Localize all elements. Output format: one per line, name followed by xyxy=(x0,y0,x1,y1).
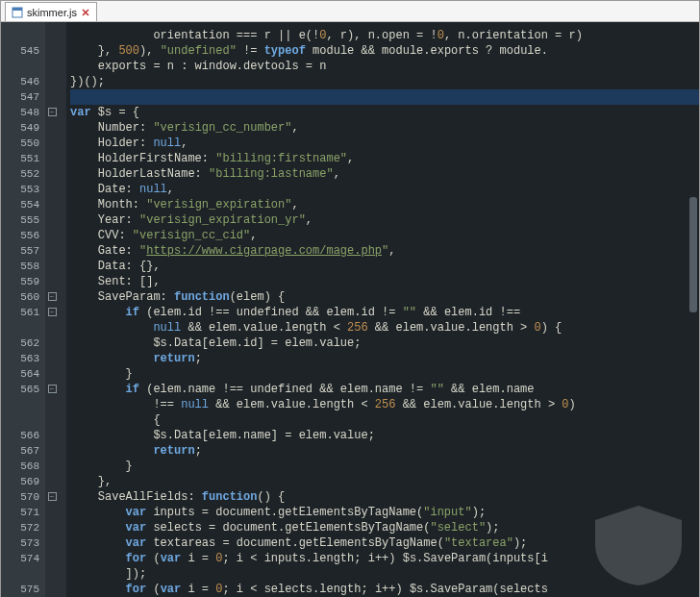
code-line[interactable]: Sent: [], xyxy=(70,274,699,289)
code-line[interactable]: Gate: "https://www.cigarpage.com/mage.ph… xyxy=(70,243,699,259)
line-number: 564 xyxy=(1,366,39,382)
line-number xyxy=(1,412,39,428)
watermark-logo xyxy=(586,501,691,591)
line-number: 545 xyxy=(1,43,39,59)
fold-marker[interactable]: − xyxy=(45,382,59,397)
tab-label: skimmer.js xyxy=(27,7,77,18)
code-line[interactable]: return; xyxy=(70,443,699,459)
code-line[interactable]: SaveParam: function(elem) { xyxy=(70,289,699,305)
line-number: 562 xyxy=(1,336,39,351)
code-line[interactable]: Data: {}, xyxy=(70,259,699,274)
fold-collapse-icon[interactable]: − xyxy=(48,308,57,316)
code-line[interactable]: exports = n : window.devtools = n xyxy=(70,59,699,74)
fold-marker[interactable]: − xyxy=(45,289,59,305)
editor-margin xyxy=(59,22,66,597)
code-line[interactable]: Number: "verisign_cc_number", xyxy=(70,120,699,136)
line-number: 546 xyxy=(1,74,39,89)
file-icon xyxy=(12,7,23,18)
code-line[interactable]: var $s = { xyxy=(70,105,699,120)
code-line[interactable]: HolderLastName: "billing:lastname", xyxy=(70,166,699,182)
fold-marker xyxy=(45,428,59,443)
fold-marker xyxy=(45,336,59,351)
line-number: 549 xyxy=(1,120,39,136)
code-line[interactable]: !== null && elem.value.length < 256 && e… xyxy=(70,397,699,412)
code-line[interactable]: } xyxy=(70,366,699,382)
fold-marker xyxy=(45,136,59,151)
line-number: 560 xyxy=(1,289,39,305)
fold-marker xyxy=(45,74,59,89)
code-line[interactable]: if (elem.id !== undefined && elem.id != … xyxy=(70,305,699,320)
fold-collapse-icon[interactable]: − xyxy=(48,292,57,301)
code-line[interactable]: Year: "verisign_expiration_yr", xyxy=(70,212,699,228)
fold-marker xyxy=(45,120,59,136)
fold-marker xyxy=(45,28,59,43)
line-number: 554 xyxy=(1,197,39,212)
code-line[interactable]: CVV: "verisign_cc_cid", xyxy=(70,228,699,243)
code-line[interactable]: } xyxy=(70,459,699,474)
fold-collapse-icon[interactable]: − xyxy=(48,385,57,393)
line-number: 567 xyxy=(1,443,39,459)
line-number: 574 xyxy=(1,551,39,566)
line-number: 550 xyxy=(1,136,39,151)
line-number: 566 xyxy=(1,428,39,443)
line-number xyxy=(1,28,39,43)
fold-marker[interactable]: − xyxy=(45,105,59,120)
fold-marker[interactable]: − xyxy=(45,305,59,320)
code-line[interactable]: return; xyxy=(70,351,699,366)
fold-marker xyxy=(45,166,59,182)
file-tab-skimmer[interactable]: skimmer.js xyxy=(5,2,97,21)
fold-gutter[interactable]: −−−−− xyxy=(45,22,59,597)
line-number: 565 xyxy=(1,382,39,397)
fold-marker xyxy=(45,320,59,336)
line-number-gutter: 5455465475485495505515525535545555565575… xyxy=(1,22,45,597)
fold-marker xyxy=(45,551,59,566)
fold-marker xyxy=(45,366,59,382)
fold-collapse-icon[interactable]: − xyxy=(48,108,57,116)
fold-marker xyxy=(45,197,59,212)
line-number: 555 xyxy=(1,212,39,228)
code-line[interactable]: Date: null, xyxy=(70,182,699,197)
fold-marker xyxy=(45,535,59,551)
fold-marker xyxy=(45,243,59,259)
line-number: 552 xyxy=(1,166,39,182)
close-icon[interactable] xyxy=(81,8,90,17)
editor-window: skimmer.js 54554654754854955055155255355… xyxy=(0,0,700,597)
fold-marker xyxy=(45,89,59,105)
code-line[interactable] xyxy=(70,89,699,105)
code-line[interactable]: if (elem.name !== undefined && elem.name… xyxy=(70,382,699,397)
fold-marker xyxy=(45,182,59,197)
code-line[interactable]: }, xyxy=(70,474,699,489)
code-line[interactable]: }, 500), "undefined" != typeof module &&… xyxy=(70,43,699,59)
fold-marker[interactable]: − xyxy=(45,489,59,505)
fold-marker xyxy=(45,212,59,228)
line-number: 547 xyxy=(1,89,39,105)
line-number: 557 xyxy=(1,243,39,259)
code-editor[interactable]: 5455465475485495505515525535545555565575… xyxy=(1,22,699,597)
code-line[interactable]: })(); xyxy=(70,74,699,89)
fold-marker xyxy=(45,59,59,74)
code-line[interactable]: HolderFirstName: "billing:firstname", xyxy=(70,151,699,166)
scroll-thumb[interactable] xyxy=(689,197,697,312)
code-line[interactable]: null && elem.value.length < 256 && elem.… xyxy=(70,320,699,336)
code-line[interactable]: { xyxy=(70,412,699,428)
code-line[interactable]: orientation === r || e(!0, r), n.open = … xyxy=(70,28,699,43)
line-number: 559 xyxy=(1,274,39,289)
code-line[interactable]: Holder: null, xyxy=(70,136,699,151)
fold-marker xyxy=(45,474,59,489)
fold-marker xyxy=(45,259,59,274)
fold-marker xyxy=(45,274,59,289)
line-number: 561 xyxy=(1,305,39,320)
fold-marker xyxy=(45,43,59,59)
line-number xyxy=(1,566,39,582)
code-line[interactable]: $s.Data[elem.name] = elem.value; xyxy=(70,428,699,443)
code-line[interactable]: Month: "verisign_expiration", xyxy=(70,197,699,212)
svg-rect-1 xyxy=(12,8,22,11)
line-number: 553 xyxy=(1,182,39,197)
fold-collapse-icon[interactable]: − xyxy=(48,492,57,501)
code-line[interactable]: $s.Data[elem.id] = elem.value; xyxy=(70,336,699,351)
fold-marker xyxy=(45,582,59,597)
line-number: 551 xyxy=(1,151,39,166)
line-number: 569 xyxy=(1,474,39,489)
fold-marker xyxy=(45,505,59,520)
line-number: 570 xyxy=(1,489,39,505)
